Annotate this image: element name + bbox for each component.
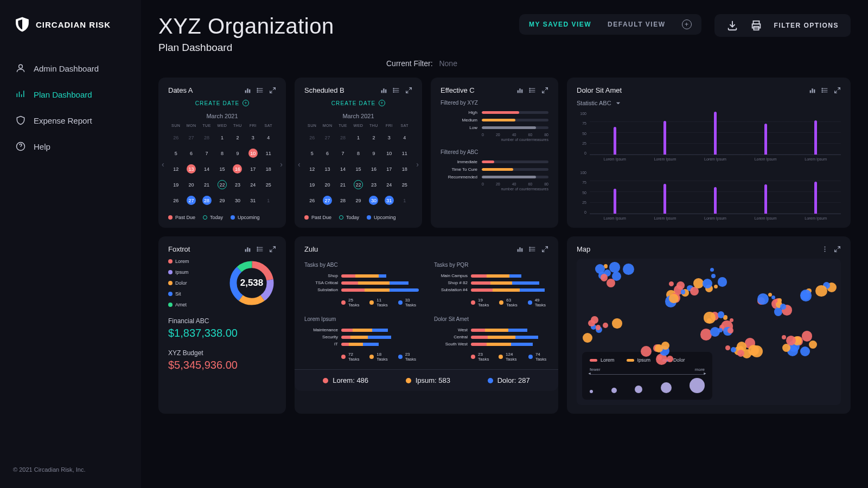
cal-day[interactable]: 26 bbox=[168, 194, 183, 207]
list-icon[interactable] bbox=[821, 87, 828, 94]
expand-icon[interactable] bbox=[269, 246, 276, 253]
cal-day[interactable]: 1 bbox=[397, 194, 412, 207]
expand-icon[interactable] bbox=[834, 246, 841, 253]
cal-day[interactable]: 20 bbox=[320, 178, 335, 191]
cal-day[interactable]: 7 bbox=[335, 146, 350, 160]
cal-day[interactable]: 27 bbox=[183, 194, 199, 207]
cal-day[interactable]: 28 bbox=[199, 194, 214, 207]
chart-icon[interactable] bbox=[516, 246, 524, 253]
list-icon[interactable] bbox=[393, 87, 400, 94]
cal-day[interactable]: 14 bbox=[199, 162, 214, 176]
cal-day[interactable]: 23 bbox=[366, 178, 381, 191]
sidebar-item-admin-dashboard[interactable]: Admin Dashboard bbox=[13, 55, 128, 81]
sidebar-item-expense-report[interactable]: Expense Report bbox=[13, 107, 128, 133]
cal-day[interactable]: 5 bbox=[168, 146, 183, 160]
cal-day[interactable]: 9 bbox=[366, 146, 381, 160]
sidebar-item-plan-dashboard[interactable]: Plan Dashboard bbox=[13, 81, 128, 107]
expand-icon[interactable] bbox=[834, 87, 841, 94]
cal-day[interactable]: 17 bbox=[381, 162, 397, 176]
statistic-dropdown[interactable]: Statistic ABC bbox=[577, 100, 841, 106]
cal-day[interactable]: 24 bbox=[381, 178, 397, 191]
bubble-map[interactable]: Lorem Ipsum Dolor fewermore bbox=[577, 259, 841, 405]
cal-day[interactable]: 5 bbox=[304, 146, 320, 160]
cal-day[interactable]: 27 bbox=[183, 131, 199, 144]
cal-day[interactable]: 27 bbox=[320, 131, 335, 144]
cal-day[interactable]: 12 bbox=[304, 162, 320, 176]
cal-day[interactable]: 19 bbox=[304, 178, 320, 191]
cal-day[interactable]: 13 bbox=[320, 162, 335, 176]
cal-day[interactable]: 19 bbox=[168, 178, 183, 191]
cal-day[interactable]: 22 bbox=[350, 178, 366, 191]
cal-day[interactable]: 16 bbox=[230, 162, 245, 176]
cal-next-icon[interactable]: › bbox=[416, 160, 419, 169]
cal-day[interactable]: 18 bbox=[261, 162, 276, 176]
expand-icon[interactable] bbox=[269, 87, 276, 94]
expand-icon[interactable] bbox=[541, 246, 548, 253]
tab-default-view[interactable]: DEFAULT VIEW bbox=[608, 21, 665, 28]
cal-day[interactable]: 8 bbox=[350, 146, 366, 160]
tab-my-saved-view[interactable]: MY SAVED VIEW bbox=[529, 21, 591, 28]
list-icon[interactable] bbox=[257, 87, 264, 94]
list-icon[interactable] bbox=[529, 246, 536, 253]
cal-day[interactable]: 4 bbox=[261, 131, 276, 144]
cal-next-icon[interactable]: › bbox=[280, 160, 283, 169]
add-view-button[interactable]: + bbox=[682, 20, 692, 29]
cal-day[interactable]: 1 bbox=[261, 194, 276, 207]
cal-prev-icon[interactable]: ‹ bbox=[162, 160, 164, 169]
cal-day[interactable]: 21 bbox=[199, 178, 214, 191]
cal-day[interactable]: 3 bbox=[245, 131, 260, 144]
cal-day[interactable]: 9 bbox=[230, 146, 245, 160]
cal-day[interactable]: 2 bbox=[366, 131, 381, 144]
cal-day[interactable]: 1 bbox=[350, 131, 366, 144]
cal-day[interactable]: 23 bbox=[230, 178, 245, 191]
cal-day[interactable]: 26 bbox=[168, 131, 183, 144]
cal-day[interactable]: 28 bbox=[335, 194, 350, 207]
chart-icon[interactable] bbox=[244, 87, 251, 94]
chart-icon[interactable] bbox=[244, 246, 251, 253]
list-icon[interactable] bbox=[529, 87, 536, 94]
cal-day[interactable]: 11 bbox=[261, 146, 276, 160]
list-icon[interactable] bbox=[257, 246, 264, 253]
cal-day[interactable]: 16 bbox=[366, 162, 381, 176]
cal-day[interactable]: 22 bbox=[214, 178, 229, 191]
cal-day[interactable]: 1 bbox=[214, 131, 229, 144]
cal-day[interactable]: 24 bbox=[245, 178, 260, 191]
cal-day[interactable]: 31 bbox=[381, 194, 397, 207]
sidebar-item-help[interactable]: Help bbox=[13, 133, 128, 159]
cal-day[interactable]: 12 bbox=[168, 162, 183, 176]
cal-day[interactable]: 17 bbox=[245, 162, 260, 176]
cal-day[interactable]: 21 bbox=[335, 178, 350, 191]
cal-day[interactable]: 3 bbox=[381, 131, 397, 144]
more-icon[interactable] bbox=[821, 246, 828, 253]
chart-icon[interactable] bbox=[516, 87, 524, 94]
cal-day[interactable]: 30 bbox=[230, 194, 245, 207]
cal-day[interactable]: 10 bbox=[381, 146, 397, 160]
print-icon[interactable] bbox=[750, 20, 762, 31]
cal-day[interactable]: 26 bbox=[304, 194, 320, 207]
cal-day[interactable]: 29 bbox=[350, 194, 366, 207]
cal-day[interactable]: 10 bbox=[245, 146, 260, 160]
cal-day[interactable]: 29 bbox=[214, 194, 229, 207]
cal-day[interactable]: 18 bbox=[397, 162, 412, 176]
cal-day[interactable]: 2 bbox=[230, 131, 245, 144]
cal-day[interactable]: 7 bbox=[199, 146, 214, 160]
cal-day[interactable]: 27 bbox=[320, 194, 335, 207]
cal-day[interactable]: 15 bbox=[350, 162, 366, 176]
cal-day[interactable]: 26 bbox=[304, 131, 320, 144]
cal-day[interactable]: 20 bbox=[183, 178, 199, 191]
download-icon[interactable] bbox=[726, 20, 738, 31]
cal-day[interactable]: 30 bbox=[366, 194, 381, 207]
cal-day[interactable]: 25 bbox=[397, 178, 412, 191]
cal-day[interactable]: 11 bbox=[397, 146, 412, 160]
filter-options-button[interactable]: FILTER OPTIONS bbox=[774, 22, 839, 29]
cal-day[interactable]: 6 bbox=[320, 146, 335, 160]
expand-icon[interactable] bbox=[405, 87, 412, 94]
expand-icon[interactable] bbox=[541, 87, 548, 94]
cal-day[interactable]: 25 bbox=[261, 178, 276, 191]
create-date-button[interactable]: CREATE DATE+ bbox=[304, 100, 412, 106]
cal-day[interactable]: 14 bbox=[335, 162, 350, 176]
cal-day[interactable]: 15 bbox=[214, 162, 229, 176]
cal-day[interactable]: 28 bbox=[335, 131, 350, 144]
cal-day[interactable]: 8 bbox=[214, 146, 229, 160]
cal-day[interactable]: 31 bbox=[245, 194, 260, 207]
